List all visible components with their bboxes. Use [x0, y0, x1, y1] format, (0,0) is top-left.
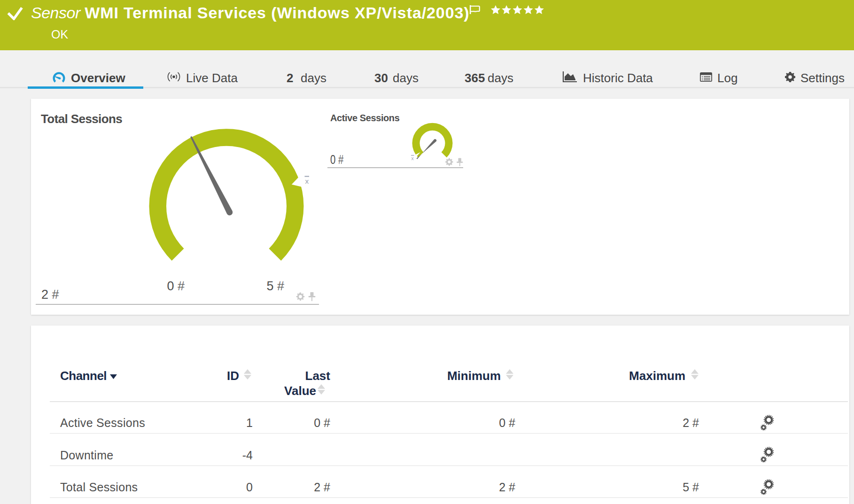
svg-text:x: x: [411, 155, 414, 161]
svg-text:x: x: [305, 177, 309, 185]
